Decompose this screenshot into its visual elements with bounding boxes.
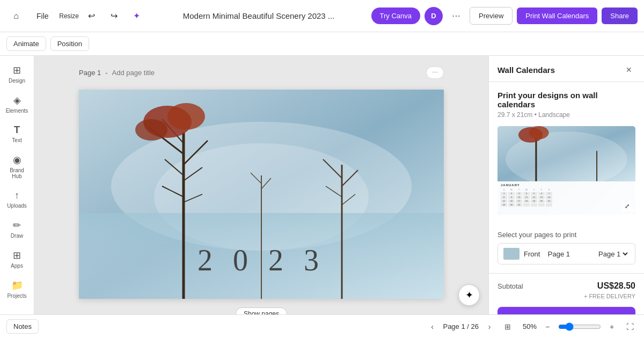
cal-cell: 3: [516, 192, 522, 195]
sidebar-item-projects[interactable]: 📁 Projects: [3, 275, 31, 303]
close-panel-button[interactable]: ✕: [623, 63, 635, 76]
zoom-in-button[interactable]: +: [604, 319, 619, 334]
resize-button[interactable]: Resize: [60, 6, 79, 26]
sidebar-uploads-label: Uploads: [7, 203, 27, 209]
svg-point-13: [167, 103, 205, 130]
position-button[interactable]: Position: [50, 36, 89, 51]
page-container: Page 1 - ⋯: [34, 67, 488, 314]
print-designs-title: Print your designs on wall calendars: [497, 91, 635, 109]
continue-button[interactable]: Continue: [497, 307, 635, 314]
document-title-input[interactable]: [178, 11, 339, 20]
sidebar-item-elements[interactable]: ◈ Elements: [3, 90, 31, 118]
cal-row-4: 29 30 31: [501, 203, 632, 207]
try-canva-button[interactable]: Try Canva: [371, 8, 420, 24]
canvas-area[interactable]: Page 1 - ⋯: [34, 56, 488, 314]
sidebar-item-apps[interactable]: ⊞ Apps: [3, 245, 31, 273]
magic-icon: ✦: [133, 11, 140, 21]
next-page-button[interactable]: ›: [482, 319, 497, 334]
cal-row-1: 1 2 3 4 5 6 7: [501, 192, 632, 195]
cal-preview-image: [497, 126, 635, 181]
svg-point-34: [529, 126, 549, 139]
cal-cell: 31: [516, 203, 522, 207]
cal-cell: 8: [501, 196, 507, 199]
cal-day-t2: T: [531, 188, 537, 192]
cal-day-t1: T: [516, 188, 522, 192]
sidebar-item-design[interactable]: ⊞ Design: [3, 60, 31, 88]
sidebar-item-brand[interactable]: ◉ Brand Hub: [3, 150, 31, 183]
uploads-icon: ↑: [14, 190, 19, 201]
prev-page-button[interactable]: ‹: [425, 319, 440, 334]
preview-button[interactable]: Preview: [470, 7, 513, 25]
main-area: ⊞ Design ◈ Elements T Text ◉ Brand Hub ↑…: [0, 56, 644, 314]
sidebar-design-label: Design: [9, 78, 25, 84]
cal-row-2: 8 9 10 11 12 13 14: [501, 196, 632, 199]
animate-button[interactable]: Animate: [6, 36, 46, 51]
show-pages-button[interactable]: Show pages: [236, 307, 287, 314]
sidebar-item-text[interactable]: T Text: [3, 120, 31, 148]
cal-day-s1: S: [501, 188, 507, 192]
cal-day-w: W: [523, 188, 530, 192]
second-toolbar: Animate Position: [0, 32, 644, 56]
zoom-out-button[interactable]: −: [540, 319, 555, 334]
zoom-slider[interactable]: [558, 322, 601, 331]
magic-assistant-button[interactable]: ✦: [458, 284, 480, 306]
page-thumb: [503, 248, 519, 260]
page-select-dropdown[interactable]: Page 1 Page 2: [596, 249, 630, 259]
share-options-button[interactable]: ⋯: [447, 7, 465, 25]
close-icon: ✕: [626, 65, 632, 74]
page1-dash: -: [105, 69, 107, 77]
undo-button[interactable]: ↩: [82, 6, 101, 26]
page-select-row[interactable]: Front Page 1 Page 1 Page 2: [497, 243, 635, 264]
cal-cell: 7: [546, 192, 552, 195]
print-dimensions: 29.7 x 21cm • Landscape: [497, 111, 635, 119]
print-designs-section: Print your designs on wall calendars 29.…: [489, 82, 644, 231]
undo-icon: ↩: [88, 11, 95, 21]
calendar-artwork: 2 0 2 3: [79, 90, 444, 299]
cal-cell: 16: [508, 200, 515, 203]
sidebar-item-draw[interactable]: ✏ Draw: [3, 215, 31, 243]
print-wall-calendars-button[interactable]: Print Wall Calendars: [517, 8, 597, 24]
cal-header-row: S M T W T F S: [501, 188, 632, 192]
resize-label: Resize: [59, 12, 79, 20]
home-button[interactable]: ⌂: [6, 6, 26, 26]
canvas-page-1[interactable]: 2 0 2 3: [79, 90, 444, 299]
magic-button[interactable]: ✦: [127, 6, 147, 26]
subtotal-row: Subtotal US$28.50: [497, 281, 635, 291]
subtotal-label: Subtotal: [497, 282, 523, 290]
sidebar-draw-label: Draw: [11, 233, 23, 239]
page1-label: Page 1: [79, 69, 101, 77]
cal-row-3: 15 16 17 18 19 20 21: [501, 200, 632, 203]
file-button[interactable]: File: [29, 9, 56, 24]
sidebar-apps-label: Apps: [11, 263, 23, 269]
page-navigation: ‹ Page 1 / 26 › ⊞ 50% − + ⛶: [425, 319, 638, 334]
top-bar-right: Try Canva D ⋯ Preview Print Wall Calenda…: [371, 7, 638, 25]
cal-cell: [523, 203, 530, 207]
expand-preview-button[interactable]: ⤢: [621, 201, 632, 211]
page1-title-input[interactable]: [112, 69, 202, 77]
cal-cell: 30: [508, 203, 515, 207]
avatar[interactable]: D: [425, 7, 443, 25]
right-panel-header: Wall Calendars ✕: [489, 56, 644, 82]
notes-button[interactable]: Notes: [6, 319, 39, 334]
apps-icon: ⊞: [13, 249, 21, 261]
sidebar-item-uploads[interactable]: ↑ Uploads: [3, 186, 31, 213]
calendar-preview-thumbnail[interactable]: JANUARY S M T W T F S: [497, 126, 635, 215]
cal-preview-month-header: JANUARY: [501, 183, 632, 187]
page-info-display: Page 1 / 26: [443, 322, 479, 330]
cal-cell: 21: [546, 200, 552, 203]
fullscreen-button[interactable]: ⛶: [623, 319, 638, 334]
redo-button[interactable]: ↪: [105, 6, 124, 26]
cal-cell: 18: [523, 200, 530, 203]
cal-day-s2: S: [546, 188, 552, 192]
page1-label-row: Page 1 - ⋯: [79, 67, 444, 79]
grid-view-button[interactable]: ⊞: [500, 319, 515, 334]
front-label: Front Page 1: [524, 250, 592, 258]
sidebar-projects-label: Projects: [7, 293, 26, 299]
cal-cell: 29: [501, 203, 507, 207]
cal-cell: 20: [538, 200, 545, 203]
cal-preview-grid: JANUARY S M T W T F S: [497, 181, 635, 215]
cal-cell: 17: [516, 200, 522, 203]
page1-menu-btn[interactable]: ⋯: [426, 67, 444, 79]
cal-cell: 10: [516, 196, 522, 199]
share-button[interactable]: Share: [602, 8, 638, 24]
